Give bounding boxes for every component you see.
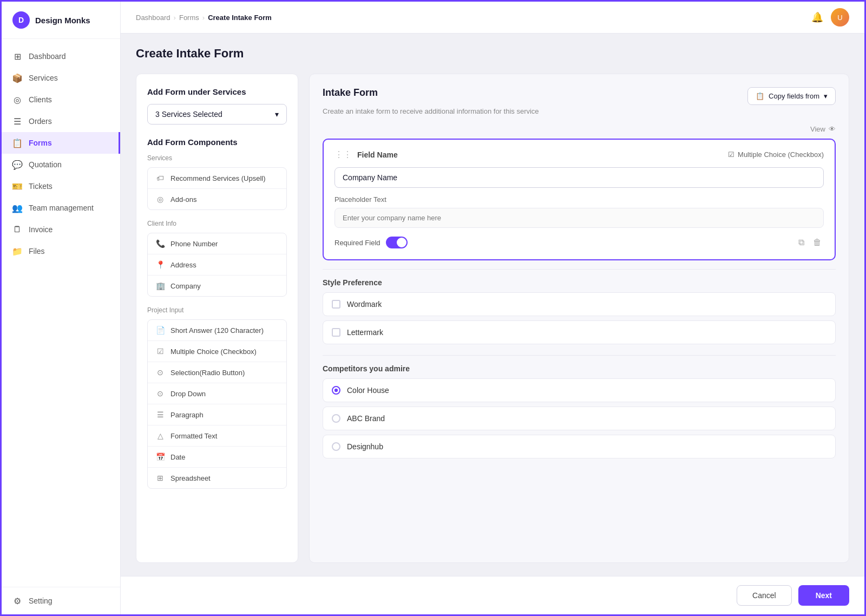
- sidebar-item-settings[interactable]: ⚙ Setting: [12, 596, 109, 606]
- component-short-answer[interactable]: 📄 Short Answer (120 Character): [148, 320, 286, 341]
- notification-icon[interactable]: 🔔: [811, 11, 823, 23]
- checkbox-icon: ☑: [155, 347, 165, 356]
- field-card-header: ⋮⋮ Field Name ☑ Multiple Choice (Checkbo…: [334, 149, 824, 160]
- sidebar-item-team[interactable]: 👥 Team management: [2, 197, 120, 219]
- services-sublabel: Services: [147, 154, 287, 162]
- quotation-icon: 💬: [12, 160, 22, 169]
- delete-icon[interactable]: 🗑: [811, 235, 824, 250]
- client-info-list: 📞 Phone Number 📍 Address 🏢 Company: [147, 233, 287, 297]
- style-section-title: Style Preference: [323, 269, 836, 287]
- competitor-color-house[interactable]: Color House: [323, 378, 836, 402]
- add-components-title: Add Form Components: [147, 137, 287, 147]
- required-toggle[interactable]: [386, 237, 408, 248]
- sidebar-item-label: Quotation: [29, 160, 62, 169]
- component-formatted-text[interactable]: △ Formatted Text: [148, 425, 286, 447]
- component-label: Drop Down: [170, 390, 206, 398]
- component-company[interactable]: 🏢 Company: [148, 276, 286, 296]
- designhub-label: Designhub: [347, 442, 383, 451]
- style-option-lettermark[interactable]: Lettermark: [323, 320, 836, 344]
- component-paragraph[interactable]: ☰ Paragraph: [148, 404, 286, 425]
- copy-fields-label: Copy fields from: [769, 92, 819, 100]
- lettermark-label: Lettermark: [347, 328, 383, 337]
- spreadsheet-icon: ⊞: [155, 474, 165, 482]
- component-dropdown[interactable]: ⊙ Drop Down: [148, 383, 286, 404]
- eye-icon: 👁: [829, 125, 836, 133]
- component-label: Paragraph: [170, 411, 204, 419]
- style-preference-section: Style Preference Wordmark Lettermark: [323, 269, 836, 344]
- checkbox-type-icon: ☑: [728, 150, 734, 159]
- two-column-layout: Add Form under Services 3 Services Selec…: [136, 74, 849, 563]
- component-radio[interactable]: ⊙ Selection(Radio Button): [148, 362, 286, 383]
- checkbox-lettermark: [332, 328, 340, 337]
- next-button[interactable]: Next: [798, 585, 849, 606]
- sidebar-item-quotation[interactable]: 💬 Quotation: [2, 154, 120, 175]
- drag-handle-icon[interactable]: ⋮⋮: [334, 149, 352, 160]
- required-row: Required Field: [334, 237, 408, 248]
- addons-icon: ◎: [155, 195, 165, 204]
- sidebar-item-tickets[interactable]: 🎫 Tickets: [2, 175, 120, 197]
- copy-icon: 📋: [756, 92, 764, 100]
- placeholder-input[interactable]: [334, 208, 824, 228]
- breadcrumb-sep1: ›: [174, 14, 176, 22]
- logo-area: D Design Monks: [2, 2, 120, 39]
- left-panel: Add Form under Services 3 Services Selec…: [136, 74, 298, 563]
- placeholder-label: Placeholder Text: [334, 195, 824, 204]
- breadcrumb-forms[interactable]: Forms: [179, 14, 199, 22]
- view-row[interactable]: View 👁: [323, 125, 836, 133]
- checkbox-wordmark: [332, 300, 340, 309]
- copy-fields-button[interactable]: 📋 Copy fields from ▾: [747, 87, 836, 105]
- component-label: Recommend Services (Upsell): [170, 174, 266, 182]
- competitor-designhub[interactable]: Designhub: [323, 435, 836, 458]
- services-dropdown[interactable]: 3 Services Selected ▾: [147, 104, 287, 124]
- competitor-abc-brand[interactable]: ABC Brand: [323, 407, 836, 430]
- intake-subtitle: Create an intake form to receive additio…: [323, 107, 836, 115]
- short-answer-icon: 📄: [155, 326, 165, 335]
- intake-header: Intake Form 📋 Copy fields from ▾: [323, 87, 836, 105]
- field-type-badge: ☑ Multiple Choice (Checkbox): [728, 150, 824, 159]
- project-input-list: 📄 Short Answer (120 Character) ☑ Multipl…: [147, 319, 287, 489]
- clients-icon: ◎: [12, 95, 22, 104]
- component-label: Address: [170, 261, 196, 269]
- settings-label: Setting: [29, 597, 53, 605]
- view-label: View: [810, 125, 825, 133]
- component-label: Short Answer (120 Character): [170, 326, 264, 335]
- orders-icon: ☰: [12, 116, 22, 126]
- component-phone[interactable]: 📞 Phone Number: [148, 233, 286, 254]
- sidebar-item-label: Orders: [29, 117, 52, 126]
- right-panel: Intake Form 📋 Copy fields from ▾ Create …: [309, 74, 849, 563]
- user-avatar[interactable]: U: [831, 8, 849, 27]
- breadcrumb-dashboard[interactable]: Dashboard: [136, 14, 170, 22]
- sidebar-item-orders[interactable]: ☰ Orders: [2, 110, 120, 132]
- sidebar-item-forms[interactable]: 📋 Forms: [2, 132, 120, 154]
- radio-abc-brand: [332, 414, 340, 423]
- intake-title: Intake Form: [323, 87, 378, 99]
- duplicate-icon[interactable]: ⧉: [796, 235, 806, 250]
- sidebar-item-invoice[interactable]: 🗒 Invoice: [2, 219, 120, 240]
- copy-fields-chevron-icon: ▾: [824, 92, 828, 100]
- sidebar-item-label: Dashboard: [29, 52, 66, 61]
- component-spreadsheet[interactable]: ⊞ Spreadsheet: [148, 468, 286, 488]
- dashboard-icon: ⊞: [12, 51, 22, 61]
- sidebar-item-label: Clients: [29, 95, 52, 104]
- component-recommend-services[interactable]: 🏷 Recommend Services (Upsell): [148, 168, 286, 189]
- dropdown-chevron-icon: ▾: [275, 110, 279, 119]
- sidebar-item-services[interactable]: 📦 Services: [2, 67, 120, 89]
- component-multiple-choice[interactable]: ☑ Multiple Choice (Checkbox): [148, 341, 286, 362]
- sidebar-item-clients[interactable]: ◎ Clients: [2, 89, 120, 110]
- cancel-button[interactable]: Cancel: [737, 585, 792, 606]
- component-addons[interactable]: ◎ Add-ons: [148, 189, 286, 209]
- component-label: Date: [170, 453, 185, 461]
- topbar-actions: 🔔 U: [811, 8, 849, 27]
- style-option-wordmark[interactable]: Wordmark: [323, 292, 836, 316]
- sidebar-footer[interactable]: ⚙ Setting: [2, 587, 120, 614]
- sidebar-item-dashboard[interactable]: ⊞ Dashboard: [2, 45, 120, 67]
- radio-color-house: [332, 386, 340, 395]
- component-address[interactable]: 📍 Address: [148, 254, 286, 276]
- sidebar-item-files[interactable]: 📁 Files: [2, 240, 120, 262]
- field-card-left: ⋮⋮ Field Name: [334, 149, 398, 160]
- main-content: Dashboard › Forms › Create Intake Form 🔔…: [121, 2, 864, 614]
- component-date[interactable]: 📅 Date: [148, 447, 286, 468]
- tag-icon: 🏷: [155, 174, 165, 182]
- team-icon: 👥: [12, 203, 22, 213]
- field-name-input[interactable]: [334, 167, 824, 188]
